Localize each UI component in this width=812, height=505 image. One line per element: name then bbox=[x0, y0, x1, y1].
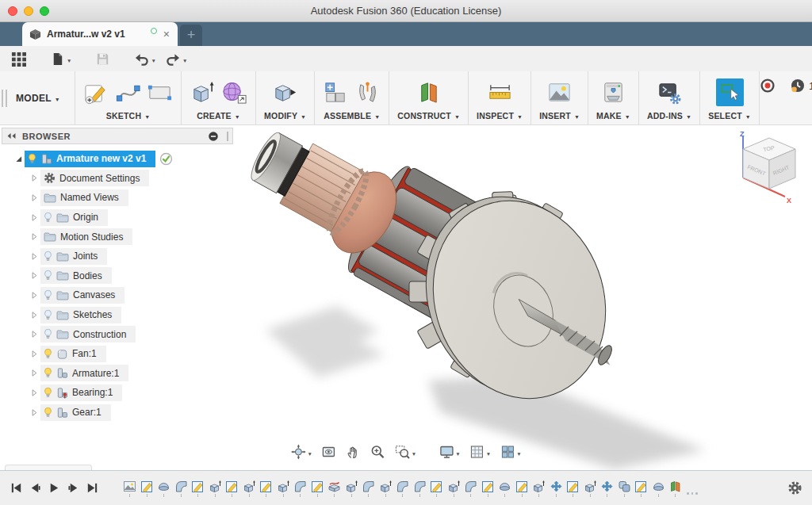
timeline-feature-extrude[interactable] bbox=[447, 480, 461, 497]
expand-node-icon[interactable] bbox=[29, 331, 40, 338]
expand-node-icon[interactable] bbox=[29, 253, 40, 260]
timeline-feature-joint[interactable] bbox=[600, 480, 614, 497]
viewcube[interactable]: Z X TOP FRONT RIGHT bbox=[733, 130, 806, 208]
expand-node-icon[interactable] bbox=[29, 194, 40, 201]
document-tab[interactable]: Armatur...w v2 v1 × bbox=[22, 22, 178, 46]
expand-node-icon[interactable] bbox=[29, 233, 40, 240]
rectangle-button[interactable] bbox=[147, 79, 173, 105]
toolbar-group-label[interactable]: MAKE bbox=[596, 109, 630, 123]
toolbar-group-label[interactable]: SKETCH bbox=[83, 109, 173, 123]
skip-end-button[interactable] bbox=[86, 481, 99, 495]
expand-node-icon[interactable] bbox=[29, 312, 40, 319]
visibility-bulb-icon[interactable] bbox=[44, 348, 52, 360]
collapse-browser-icon[interactable] bbox=[6, 132, 17, 140]
redo-button[interactable] bbox=[163, 50, 190, 68]
notifications-button[interactable]: 1 bbox=[790, 76, 812, 94]
expand-node-icon[interactable] bbox=[29, 292, 40, 299]
browser-item-row[interactable]: Fan:1 bbox=[40, 346, 106, 362]
timeline-feature-sketch[interactable] bbox=[225, 480, 239, 497]
timeline-feature-fillet[interactable] bbox=[362, 480, 375, 497]
zoom-button[interactable] bbox=[368, 443, 389, 461]
toolbar-group-label[interactable]: SELECT bbox=[708, 109, 751, 123]
timeline-feature-extrude[interactable] bbox=[345, 480, 358, 497]
expand-node-icon[interactable] bbox=[29, 272, 40, 279]
expand-node-icon[interactable] bbox=[29, 369, 40, 377]
toolbar-group-label[interactable]: INSPECT bbox=[477, 109, 523, 123]
data-panel-grid-button[interactable] bbox=[8, 50, 29, 68]
browser-item-row[interactable]: Origin bbox=[40, 209, 108, 226]
timeline-feature-sketch[interactable] bbox=[191, 480, 205, 497]
spline-button[interactable] bbox=[115, 79, 141, 105]
browser-item-row[interactable]: Construction bbox=[40, 326, 136, 342]
construction-plane-button[interactable] bbox=[416, 79, 442, 105]
expand-node-icon[interactable] bbox=[29, 174, 40, 182]
timeline-feature-extrude[interactable] bbox=[243, 480, 256, 497]
visibility-bulb-icon[interactable] bbox=[44, 270, 52, 281]
new-component-button[interactable] bbox=[323, 79, 349, 105]
orbit-button[interactable] bbox=[288, 443, 314, 461]
timeline-settings-button[interactable] bbox=[787, 480, 806, 495]
toolbar-group-label[interactable]: ADD-INS bbox=[647, 109, 691, 123]
toolbar-group-label[interactable]: INSERT bbox=[539, 109, 580, 123]
timeline-feature-sketch[interactable] bbox=[311, 480, 324, 497]
toolbar-group-label[interactable]: MODIFY bbox=[264, 109, 306, 123]
assemble-joint-button[interactable] bbox=[354, 79, 381, 105]
browser-item-row[interactable]: Canvases bbox=[40, 287, 124, 304]
play-button[interactable] bbox=[48, 481, 61, 495]
display-settings-button[interactable] bbox=[436, 443, 462, 461]
pan-button[interactable] bbox=[343, 443, 364, 461]
visibility-bulb-icon[interactable] bbox=[44, 212, 52, 224]
browser-item-row[interactable]: Armature new v2 v1 bbox=[25, 151, 155, 167]
viewport[interactable]: BROWSER Armature new v2 v1Document Setti… bbox=[0, 125, 812, 470]
timeline-feature-canvas[interactable] bbox=[123, 480, 136, 497]
browser-item-row[interactable]: Document Settings bbox=[40, 170, 149, 186]
measure-button[interactable] bbox=[487, 79, 513, 105]
browser-item-row[interactable]: Sketches bbox=[40, 307, 121, 323]
undo-button[interactable] bbox=[131, 50, 159, 68]
timeline-feature-revolve[interactable] bbox=[652, 480, 665, 497]
tab-close-button[interactable]: × bbox=[162, 29, 171, 40]
save-button[interactable] bbox=[92, 50, 113, 68]
scripts-addins-button[interactable] bbox=[657, 79, 683, 105]
browser-item-row[interactable]: Armature:1 bbox=[40, 365, 128, 381]
timeline-feature-fillet[interactable] bbox=[174, 480, 188, 497]
browser-item-row[interactable]: Bearing:1 bbox=[40, 384, 122, 401]
timeline-feature-joint[interactable] bbox=[550, 480, 563, 497]
visibility-bulb-icon[interactable] bbox=[28, 153, 36, 165]
timeline-feature-sketch[interactable] bbox=[259, 480, 273, 497]
expand-node-icon[interactable] bbox=[29, 409, 40, 416]
timeline-feature-sketch[interactable] bbox=[566, 480, 580, 497]
expand-node-icon[interactable] bbox=[29, 350, 40, 358]
timeline-feature-fillet[interactable] bbox=[293, 480, 307, 497]
timeline-feature-plane[interactable] bbox=[668, 480, 682, 497]
insert-image-button[interactable] bbox=[546, 79, 573, 105]
toolbar-grip[interactable] bbox=[0, 71, 8, 124]
browser-item-row[interactable]: Gear:1 bbox=[40, 404, 111, 421]
select-button[interactable] bbox=[716, 78, 744, 106]
visibility-bulb-icon[interactable] bbox=[44, 387, 52, 399]
close-window-button[interactable] bbox=[8, 6, 17, 16]
timeline-feature-extrude[interactable] bbox=[277, 480, 290, 497]
press-pull-button[interactable] bbox=[272, 79, 298, 105]
timeline-feature-extrude[interactable] bbox=[584, 480, 597, 497]
browser-item-row[interactable]: Joints bbox=[40, 248, 107, 265]
browser-item-row[interactable]: Motion Studies bbox=[40, 228, 132, 245]
timeline-feature-fillet[interactable] bbox=[464, 480, 477, 497]
toolbar-group-label[interactable]: CONSTRUCT bbox=[397, 109, 460, 123]
grid-display-button[interactable] bbox=[467, 443, 493, 461]
browser-resize-grip[interactable] bbox=[227, 132, 228, 141]
timeline-feature-sketch[interactable] bbox=[140, 480, 154, 497]
viewports-button[interactable] bbox=[497, 443, 523, 461]
timeline-feature-sketch[interactable] bbox=[515, 480, 529, 497]
visibility-bulb-icon[interactable] bbox=[44, 367, 52, 379]
file-button[interactable] bbox=[47, 50, 75, 68]
toolbar-group-label[interactable]: ASSEMBLE bbox=[323, 109, 381, 123]
timeline-scrollbar[interactable] bbox=[5, 465, 92, 470]
timeline-feature-revolve[interactable] bbox=[498, 480, 511, 497]
minimize-window-button[interactable] bbox=[24, 6, 33, 16]
zoom-window-button[interactable] bbox=[40, 6, 49, 16]
timeline-feature-sketch[interactable] bbox=[481, 480, 495, 497]
workspace-switcher[interactable]: MODEL bbox=[8, 71, 75, 124]
hide-browser-button[interactable] bbox=[208, 131, 219, 142]
collapse-node-icon[interactable] bbox=[13, 155, 25, 163]
